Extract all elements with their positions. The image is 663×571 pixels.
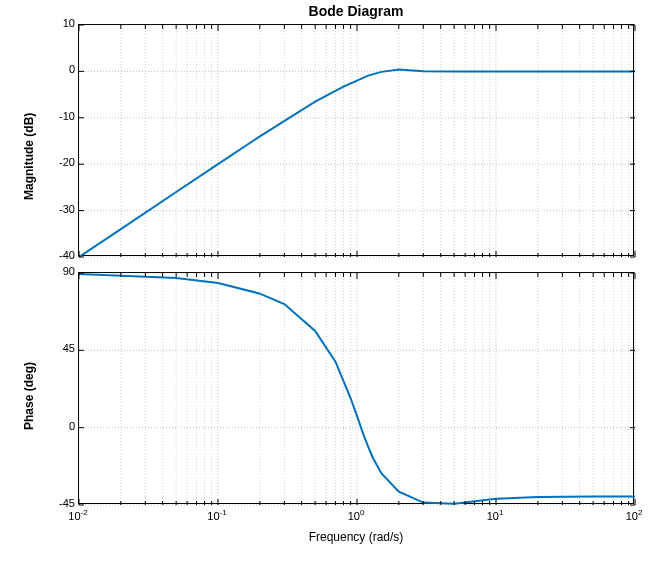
magnitude-panel (78, 24, 634, 256)
magnitude-ticks (79, 25, 635, 257)
phase-panel (78, 272, 634, 504)
ytick-label: -40 (35, 249, 75, 261)
xlabel: Frequency (rad/s) (78, 530, 634, 544)
xtick-label: 102 (609, 508, 659, 522)
phase-curve (79, 274, 635, 504)
ytick-label: -10 (35, 110, 75, 122)
figure-title: Bode Diagram (78, 3, 634, 19)
phase-ylabel: Phase (deg) (22, 362, 36, 430)
ytick-label: 10 (35, 17, 75, 29)
ytick-label: 0 (35, 420, 75, 432)
magnitude-plot (79, 25, 635, 257)
magnitude-ylabel: Magnitude (dB) (22, 113, 36, 200)
ytick-label: -30 (35, 203, 75, 215)
ytick-label: 45 (35, 342, 75, 354)
xtick-label: 10-1 (192, 508, 242, 522)
ytick-label: 90 (35, 265, 75, 277)
xtick-label: 100 (331, 508, 381, 522)
phase-plot (79, 273, 635, 505)
xtick-label: 101 (470, 508, 520, 522)
xtick-label: 10-2 (53, 508, 103, 522)
magnitude-grid (79, 25, 635, 257)
ytick-label: -20 (35, 156, 75, 168)
phase-grid (79, 273, 635, 505)
phase-ticks (79, 273, 635, 505)
ytick-label: 0 (35, 63, 75, 75)
bode-figure: Bode Diagram Magnitude (dB) -40-30-20-10… (0, 0, 663, 571)
